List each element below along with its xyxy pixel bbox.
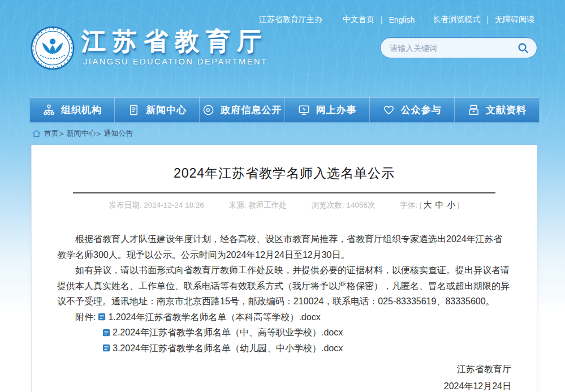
signature-org: 江苏省教育厅: [57, 361, 511, 378]
org-chart-icon: [42, 104, 55, 117]
breadcrumb: 首页 > 新闻中心 > 通知公告: [0, 122, 565, 145]
top-link-accessibility[interactable]: 无障碍阅读: [495, 15, 534, 25]
title-divider: [73, 192, 495, 193]
breadcrumb-notices[interactable]: 通知公告: [103, 128, 133, 139]
attachment-link-1[interactable]: 1.2024年江苏省教学名师名单（本科高等学校）.docx: [98, 309, 320, 325]
breadcrumb-separator: >: [97, 130, 101, 138]
article-meta: 发布日期: 2024-12-24 18:26 来源: 教师工作处 浏览次数: 1…: [57, 200, 511, 210]
nav-label: 新闻中心: [146, 104, 187, 117]
nav-label: 政府信息公开: [221, 104, 282, 117]
top-link-elder-mode[interactable]: 长者浏览模式: [433, 15, 480, 25]
nav-item-documents[interactable]: 文献资料: [455, 97, 539, 122]
site-header: 江苏省教育厅 JIANGSU EDUCATION DEPARTMENT: [0, 25, 565, 97]
word-doc-icon: [102, 344, 110, 352]
nav-item-organization[interactable]: 组织机构: [30, 97, 115, 122]
heart-icon: [382, 104, 395, 117]
home-icon: [32, 130, 41, 137]
breadcrumb-news-center[interactable]: 新闻中心: [67, 128, 96, 139]
search-box[interactable]: [380, 37, 537, 58]
attachment-label: 3.2024年江苏省教学名师名单（幼儿园、中小学校）.docx: [113, 341, 343, 356]
attachment-label: 1.2024年江苏省教学名师名单（本科高等学校）.docx: [108, 309, 320, 325]
bracket: ]: [458, 201, 460, 209]
signature-date: 2024年12月24日: [57, 378, 511, 392]
bracket: [: [420, 201, 422, 209]
font-size-large-button[interactable]: 大: [424, 200, 432, 209]
article-paragraph: 如有异议，请以书面形式向省教育厅教师工作处反映，并提供必要的证据材料，以便核实查…: [57, 262, 511, 309]
top-link-separator: |: [381, 15, 383, 24]
word-doc-icon: [102, 329, 110, 337]
top-link-chinese-home[interactable]: 中文首页: [343, 15, 374, 25]
online-service-icon: [297, 104, 310, 117]
attachment-row: 2.2024年江苏省教学名师名单（中、高等职业学校）.docx: [57, 325, 511, 341]
views-value: 14056次: [346, 201, 375, 209]
source-label: 来源:: [229, 201, 249, 209]
top-links-bar: 江苏省教育厅主办 中文首页 | English 长者浏览模式 | 无障碍阅读: [0, 0, 565, 25]
lotus-emblem-icon: [31, 26, 75, 70]
source-value: 教师工作处: [248, 201, 287, 209]
search-input[interactable]: [390, 44, 516, 53]
font-size-medium-button[interactable]: 中: [435, 200, 444, 209]
info-disclosure-icon: [202, 104, 215, 117]
search-icon: [516, 41, 530, 55]
site-name-english: JIANGSU EDUCATION DEPARTMENT: [81, 57, 268, 66]
publish-date-label: 发布日期:: [109, 201, 144, 209]
nav-label: 网上办事: [316, 104, 357, 117]
font-size-small-button[interactable]: 小: [447, 200, 456, 209]
nav-item-news-center[interactable]: 新闻中心: [115, 97, 200, 122]
top-link-separator: |: [486, 15, 489, 24]
nav-item-online-services[interactable]: 网上办事: [285, 97, 370, 122]
main-nav: 组织机构 新闻中心 政府信息公开 网上办事 公众参与 文献资料: [30, 97, 539, 122]
page-title: 2024年江苏省教学名师入选名单公示: [57, 165, 511, 182]
nav-item-gov-info-disclosure[interactable]: 政府信息公开: [200, 97, 284, 122]
publish-date-value: 2024-12-24 18:26: [144, 201, 204, 209]
site-name: 江苏省教育厅: [81, 27, 268, 54]
nav-label: 组织机构: [61, 104, 102, 117]
site-logo[interactable]: 江苏省教育厅 JIANGSU EDUCATION DEPARTMENT: [31, 26, 268, 70]
article-body: 根据省教育人才队伍建设年度计划，经各高校、设区市教育局推荐，省教育厅组织专家遴选…: [57, 231, 511, 392]
attachment-link-2[interactable]: 2.2024年江苏省教学名师名单（中、高等职业学校）.docx: [102, 325, 343, 341]
word-doc-icon: [98, 313, 106, 321]
views-label: 浏览次数:: [312, 201, 347, 209]
article-paragraph: 根据省教育人才队伍建设年度计划，经各高校、设区市教育局推荐，省教育厅组织专家遴选…: [57, 231, 511, 262]
breadcrumb-separator: >: [59, 130, 64, 138]
nav-label: 公众参与: [401, 104, 442, 117]
view-count: 浏览次数: 14056次: [312, 200, 376, 210]
host-link[interactable]: 江苏省教育厅主办: [259, 15, 322, 25]
nav-item-public-participation[interactable]: 公众参与: [370, 97, 455, 122]
article-card: 2024年江苏省教学名师入选名单公示 发布日期: 2024-12-24 18:2…: [31, 145, 537, 392]
signature-block: 江苏省教育厅 2024年12月24日: [57, 361, 511, 392]
source: 来源: 教师工作处: [229, 200, 287, 210]
nav-label: 文献资料: [486, 104, 527, 117]
attachments-label: 附件:: [75, 309, 96, 325]
news-icon: [127, 104, 140, 117]
attachment-label: 2.2024年江苏省教学名师名单（中、高等职业学校）.docx: [113, 325, 343, 341]
attachment-row: 3.2024年江苏省教学名师名单（幼儿园、中小学校）.docx: [57, 341, 511, 356]
font-size-label: 字体:: [400, 201, 420, 209]
font-size-controls: 字体: [大中小]: [400, 200, 459, 210]
search-button[interactable]: [516, 41, 530, 55]
attachment-link-3[interactable]: 3.2024年江苏省教学名师名单（幼儿园、中小学校）.docx: [102, 341, 343, 356]
top-link-english[interactable]: English: [389, 15, 415, 24]
archive-icon: [467, 104, 480, 117]
attachment-row: 附件: 1.2024年江苏省教学名师名单（本科高等学校）.docx: [57, 309, 511, 325]
breadcrumb-home[interactable]: 首页: [44, 128, 59, 139]
publish-date: 发布日期: 2024-12-24 18:26: [109, 200, 204, 210]
